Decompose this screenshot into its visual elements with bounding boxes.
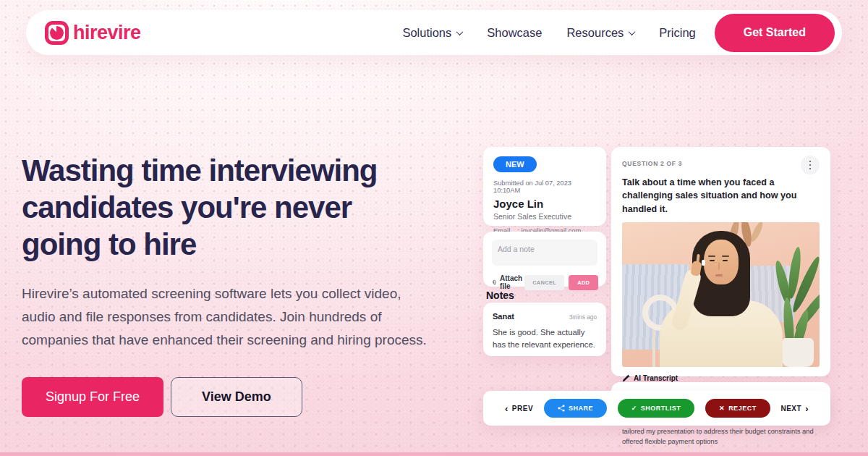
notes-heading: Notes	[486, 290, 514, 301]
nav-item-pricing[interactable]: Pricing	[659, 26, 695, 40]
chevron-down-icon	[629, 28, 636, 35]
chevron-down-icon	[456, 28, 464, 35]
question-card: QUESTION 2 OF 3 Talk about a time when y…	[611, 147, 830, 376]
hero-title: Wasting time interviewing candidates you…	[22, 152, 438, 263]
note-author: Sanat	[493, 312, 514, 321]
note-actions: Attach file CANCEL ADD	[492, 274, 597, 290]
nav-item-solutions[interactable]: Solutions	[402, 26, 462, 40]
new-badge: NEW	[493, 156, 537, 172]
candidate-card: NEW Submitted on Jul 07, 2023 10:10AM Jo…	[483, 147, 606, 226]
chevron-right-icon: ›	[805, 404, 809, 413]
prev-button[interactable]: ‹ PREV	[505, 404, 533, 413]
next-button[interactable]: NEXT ›	[780, 404, 809, 413]
signup-free-button[interactable]: Signup For Free	[22, 377, 163, 417]
question-text: Talk about a time when you faced a chall…	[622, 176, 825, 216]
hirevire-logo-icon	[45, 21, 69, 45]
ai-pen-icon	[622, 374, 630, 382]
add-button[interactable]: ADD	[569, 275, 598, 290]
hero-description: Hirevire’s automated screening software …	[22, 282, 427, 352]
question-progress-label: QUESTION 2 OF 3	[622, 160, 682, 167]
shortlist-button[interactable]: ✓ SHORTLIST	[618, 399, 695, 418]
chevron-left-icon: ‹	[505, 404, 509, 413]
view-demo-button[interactable]: View Demo	[171, 377, 302, 417]
note-timestamp: 3mins ago	[569, 313, 597, 321]
share-icon	[558, 405, 565, 412]
note-text: She is good. She actually has the releva…	[493, 326, 597, 351]
brand-name: hirevire	[73, 22, 141, 44]
cancel-button[interactable]: CANCEL	[524, 275, 564, 290]
hero-section: Wasting time interviewing candidates you…	[22, 152, 438, 417]
note-composer-card: Attach file CANCEL ADD	[483, 232, 606, 287]
earbud-decor	[702, 260, 705, 266]
page-bottom-strip	[0, 452, 868, 456]
check-icon: ✓	[631, 405, 637, 412]
candidate-video-frame[interactable]	[622, 222, 820, 367]
paperclip-icon	[492, 279, 497, 287]
share-button[interactable]: SHARE	[544, 399, 607, 418]
candidate-name: Joyce Lin	[493, 198, 596, 210]
add-note-input[interactable]	[492, 240, 597, 266]
ai-transcript-label: AI Transcript	[634, 374, 678, 382]
kebab-menu-icon[interactable]	[801, 156, 820, 174]
reject-button[interactable]: ✕ REJECT	[705, 399, 770, 418]
submitted-timestamp: Submitted on Jul 07, 2023 10:10AM	[493, 180, 596, 194]
note-item: Sanat 3mins ago She is good. She actuall…	[483, 303, 606, 356]
nav-item-resources[interactable]: Resources	[566, 26, 634, 40]
brand-logo[interactable]: hirevire	[45, 21, 141, 45]
nav-links: Solutions Showcase Resources Pricing	[402, 26, 695, 40]
x-icon: ✕	[719, 405, 725, 412]
get-started-button[interactable]: Get Started	[715, 14, 835, 52]
candidate-role: Senior Sales Executive	[493, 212, 596, 221]
hero-buttons: Signup For Free View Demo	[22, 377, 438, 417]
attach-file-button[interactable]: Attach file	[492, 274, 524, 290]
nav-item-showcase[interactable]: Showcase	[487, 26, 542, 40]
review-action-bar: ‹ PREV SHARE ✓ SHORTLIST ✕ REJECT NEXT ›	[483, 391, 830, 426]
navbar: hirevire Solutions Showcase Resources Pr…	[26, 10, 842, 55]
